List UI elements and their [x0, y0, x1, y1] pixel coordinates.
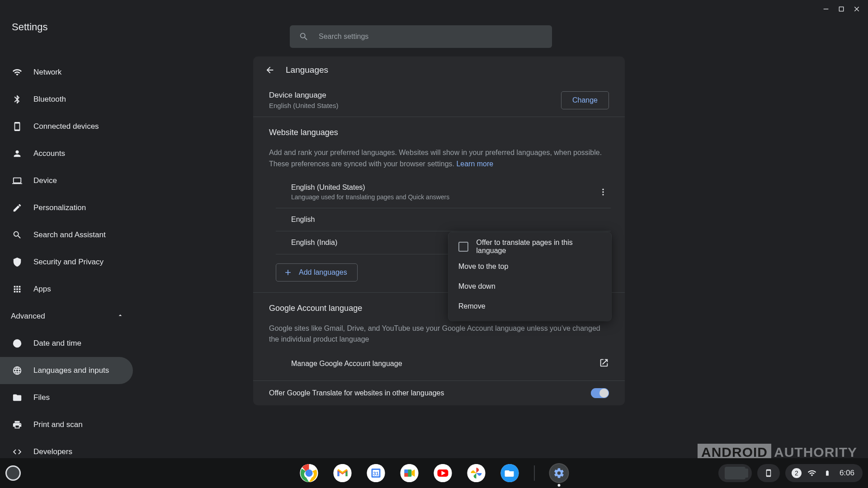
- sidebar-item-apps[interactable]: Apps: [0, 276, 133, 303]
- edit-icon: [12, 202, 23, 213]
- shelf-separator: [534, 465, 535, 481]
- sidebar-item-label: Languages and inputs: [33, 366, 109, 375]
- sidebar-item-files[interactable]: Files: [0, 384, 133, 411]
- sidebar-item-label: Developers: [33, 447, 72, 456]
- sidebar-item-bluetooth[interactable]: Bluetooth: [0, 86, 133, 113]
- sidebar-item-label: Files: [33, 393, 50, 402]
- shelf-app-photos[interactable]: [467, 464, 486, 482]
- manage-account-language-label: Manage Google Account language: [276, 360, 402, 368]
- sidebar-item-device[interactable]: Device: [0, 167, 133, 194]
- sidebar-item-search-assistant[interactable]: Search and Assistant: [0, 221, 133, 249]
- page-title: Languages: [286, 65, 328, 75]
- sidebar-item-personalization[interactable]: Personalization: [0, 194, 133, 221]
- sidebar-item-label: Apps: [33, 285, 51, 294]
- shelf-app-calendar[interactable]: 31: [367, 464, 385, 482]
- globe-icon: [12, 365, 23, 376]
- back-button[interactable]: [264, 64, 276, 76]
- tote-thumbnail: [725, 467, 745, 479]
- ctx-move-top[interactable]: Move to the top: [448, 257, 611, 277]
- search-icon: [12, 230, 23, 240]
- shelf-app-youtube[interactable]: [434, 464, 452, 482]
- sidebar: Network Bluetooth Connected devices Acco…: [0, 54, 136, 465]
- translate-toggle-label: Offer Google Translate for websites in o…: [269, 389, 444, 397]
- wifi-icon: [12, 67, 23, 78]
- shelf-tote[interactable]: [718, 464, 752, 482]
- checkbox-icon: [458, 242, 468, 252]
- ctx-remove[interactable]: Remove: [448, 296, 611, 316]
- language-note: Language used for translating pages and …: [291, 193, 449, 201]
- sidebar-item-languages-inputs[interactable]: Languages and inputs: [0, 357, 133, 384]
- website-languages-desc: Add and rank your preferred languages. W…: [269, 147, 609, 170]
- account-language-desc: Google sites like Gmail, Drive, and YouT…: [269, 323, 609, 346]
- svg-rect-0: [824, 9, 829, 9]
- shelf-status-tray[interactable]: 2 6:06: [785, 464, 863, 482]
- shelf-app-files[interactable]: [501, 464, 519, 482]
- sidebar-item-accounts[interactable]: Accounts: [0, 140, 133, 167]
- language-row: English (United States)Language used for…: [276, 176, 611, 208]
- bluetooth-icon: [12, 94, 23, 105]
- wifi-icon: [807, 468, 817, 478]
- search-input[interactable]: [319, 33, 543, 41]
- sidebar-item-security[interactable]: Security and Privacy: [0, 249, 133, 276]
- notification-badge: 2: [792, 468, 802, 478]
- devices-icon: [12, 121, 23, 132]
- manage-account-language-link[interactable]: Manage Google Account language: [269, 350, 609, 370]
- sidebar-item-label: Connected devices: [33, 122, 99, 131]
- shield-icon: [12, 257, 23, 267]
- change-language-button[interactable]: Change: [561, 91, 609, 109]
- code-icon: [12, 446, 23, 457]
- website-languages-title: Website languages: [269, 128, 609, 137]
- svg-text:31: 31: [373, 471, 378, 476]
- sidebar-item-label: Security and Privacy: [33, 258, 104, 267]
- language-name: English: [291, 216, 315, 224]
- language-row: English: [276, 208, 611, 231]
- folder-icon: [12, 392, 23, 403]
- shelf: 31 2 6:06: [0, 458, 868, 488]
- translate-toggle-switch[interactable]: [591, 388, 609, 398]
- ctx-offer-translate[interactable]: Offer to translate pages in this languag…: [448, 237, 611, 257]
- launcher-button[interactable]: [5, 465, 21, 481]
- minimize-button[interactable]: [821, 4, 831, 14]
- sidebar-item-network[interactable]: Network: [0, 59, 133, 86]
- clock: 6:06: [838, 469, 856, 478]
- battery-icon: [822, 468, 832, 478]
- shelf-phone-hub[interactable]: [757, 464, 780, 482]
- language-name: English (United States): [291, 183, 449, 192]
- learn-more-link[interactable]: Learn more: [456, 160, 493, 168]
- search-icon: [299, 32, 309, 42]
- maximize-button[interactable]: [836, 4, 846, 14]
- print-icon: [12, 419, 23, 430]
- translate-toggle-row: Offer Google Translate for websites in o…: [253, 381, 625, 405]
- sidebar-item-label: Search and Assistant: [33, 230, 106, 239]
- plus-icon: [283, 268, 292, 277]
- shelf-app-chrome[interactable]: [300, 464, 318, 482]
- sidebar-item-print-scan[interactable]: Print and scan: [0, 411, 133, 438]
- svg-point-4: [602, 194, 604, 195]
- language-more-button[interactable]: [597, 186, 609, 198]
- language-name: English (India): [291, 239, 337, 247]
- open-external-icon: [599, 358, 609, 370]
- sidebar-item-advanced[interactable]: Advanced: [0, 303, 133, 330]
- sidebar-item-connected-devices[interactable]: Connected devices: [0, 113, 133, 140]
- sidebar-item-date-time[interactable]: Date and time: [0, 330, 133, 357]
- svg-point-3: [602, 191, 604, 192]
- sidebar-item-label: Advanced: [11, 312, 45, 321]
- sidebar-item-label: Print and scan: [33, 420, 83, 429]
- add-languages-button[interactable]: Add languages: [276, 263, 358, 282]
- svg-point-2: [602, 188, 604, 190]
- sidebar-item-label: Personalization: [33, 203, 86, 212]
- app-header: Settings: [0, 0, 868, 54]
- laptop-icon: [12, 175, 23, 186]
- shelf-app-gmail[interactable]: [334, 464, 352, 482]
- sidebar-item-label: Accounts: [33, 149, 65, 158]
- search-settings-field[interactable]: [290, 25, 552, 48]
- shelf-app-settings[interactable]: [550, 464, 568, 482]
- shelf-app-meet[interactable]: [401, 464, 419, 482]
- svg-rect-17: [405, 473, 408, 477]
- sidebar-item-label: Bluetooth: [33, 95, 66, 104]
- ctx-move-down[interactable]: Move down: [448, 277, 611, 296]
- sidebar-item-label: Date and time: [33, 339, 81, 348]
- language-context-menu: Offer to translate pages in this languag…: [448, 232, 611, 321]
- close-button[interactable]: [852, 4, 862, 14]
- chevron-up-icon: [117, 312, 124, 321]
